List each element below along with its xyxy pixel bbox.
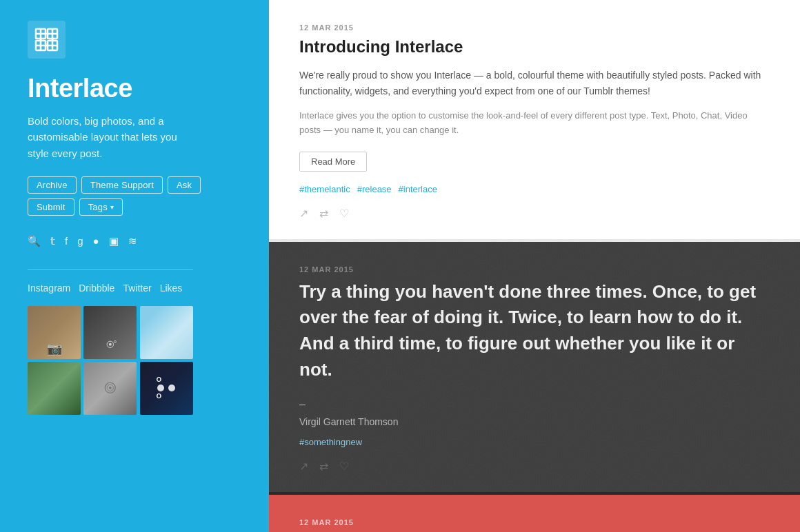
- svg-rect-0: [28, 21, 66, 59]
- photo-6[interactable]: [140, 362, 193, 415]
- facebook-icon[interactable]: f: [65, 235, 68, 247]
- instagram-icon[interactable]: ▣: [109, 235, 119, 247]
- nav-buttons: Archive Theme Support Ask Submit Tags ▾: [28, 176, 241, 216]
- blog-description: Bold colors, big photos, and a customisa…: [28, 113, 193, 161]
- instagram-link[interactable]: Instagram: [28, 283, 70, 295]
- submit-button[interactable]: Submit: [28, 198, 74, 216]
- post-3: 12 MAR 2015 Premium Tumblr Themes: [269, 495, 800, 532]
- post-1-tags: #themelantic #release #interlace: [299, 184, 770, 194]
- read-more-button[interactable]: Read More: [299, 152, 367, 172]
- social-icons: 🔍 𝕥 f g ● ▣ ≋: [28, 235, 241, 247]
- svg-point-10: [109, 343, 112, 346]
- post-1-body: We're really proud to show you Interlace…: [299, 68, 770, 99]
- tag-release[interactable]: #release: [357, 184, 392, 194]
- circle-icon[interactable]: ●: [93, 235, 99, 247]
- photo-4[interactable]: [28, 362, 81, 415]
- post-2-date: 12 MAR 2015: [299, 265, 770, 274]
- likes-link[interactable]: Likes: [160, 283, 183, 295]
- post-2-dash: –: [299, 398, 770, 411]
- post-2: 12 MAR 2015 Try a thing you haven't done…: [269, 242, 800, 495]
- like-icon[interactable]: ♡: [339, 207, 349, 220]
- googleplus-icon[interactable]: g: [77, 235, 83, 247]
- sidebar-footer: © 2015 Interlace Interlace Theme by Them…: [28, 519, 241, 532]
- post-2-tags: #somethingnew: [299, 437, 770, 447]
- photo-2[interactable]: [83, 306, 137, 359]
- tag-interlace[interactable]: #interlace: [399, 184, 437, 194]
- post-3-date: 12 MAR 2015: [299, 518, 770, 526]
- svg-point-11: [114, 340, 116, 342]
- link-tabs: Instagram Dribbble Twitter Likes: [28, 283, 241, 295]
- post-2-author: Virgil Garnett Thomson: [299, 416, 770, 427]
- twitter-link[interactable]: Twitter: [123, 283, 151, 295]
- post-1-actions: ↗ ⇄ ♡: [299, 207, 770, 220]
- photo-5[interactable]: [83, 362, 137, 415]
- photo-grid: [28, 306, 193, 415]
- share-icon[interactable]: ↗: [299, 207, 308, 220]
- photo-1[interactable]: [28, 306, 81, 359]
- tag-themelantic[interactable]: #themelantic: [299, 184, 350, 194]
- tag-somethingnew[interactable]: #somethingnew: [299, 437, 362, 447]
- post-2-quote: Try a thing you haven't done three times…: [299, 279, 770, 383]
- sidebar: Interlace Bold colors, big photos, and a…: [0, 0, 269, 532]
- post-2-actions: ↗ ⇄ ♡: [299, 460, 770, 473]
- reblog-icon[interactable]: ⇄: [319, 207, 328, 220]
- share-icon-2[interactable]: ↗: [299, 460, 308, 473]
- main-content: 12 MAR 2015 Introducing Interlace We're …: [269, 0, 800, 532]
- rss-icon[interactable]: ≋: [128, 235, 137, 247]
- theme-support-button[interactable]: Theme Support: [81, 176, 163, 194]
- post-1-body-sub: Interlace gives you the option to custom…: [299, 109, 770, 138]
- twitter-icon[interactable]: 𝕥: [50, 235, 55, 247]
- tags-button[interactable]: Tags ▾: [79, 198, 123, 216]
- like-icon-2[interactable]: ♡: [339, 460, 349, 473]
- tags-dropdown-arrow: ▾: [110, 203, 114, 211]
- post-1-title: Introducing Interlace: [299, 37, 770, 57]
- reblog-icon-2[interactable]: ⇄: [319, 460, 328, 473]
- archive-button[interactable]: Archive: [28, 176, 77, 194]
- blog-title: Interlace: [28, 74, 241, 103]
- dribbble-link[interactable]: Dribbble: [79, 283, 114, 295]
- sidebar-divider: [28, 269, 193, 270]
- post-1: 12 MAR 2015 Introducing Interlace We're …: [269, 0, 800, 242]
- svg-point-14: [109, 387, 112, 389]
- search-icon[interactable]: 🔍: [28, 235, 41, 247]
- post-1-date: 12 MAR 2015: [299, 23, 770, 32]
- photo-3[interactable]: [140, 306, 193, 359]
- logo: [28, 21, 241, 74]
- ask-button[interactable]: Ask: [168, 176, 201, 194]
